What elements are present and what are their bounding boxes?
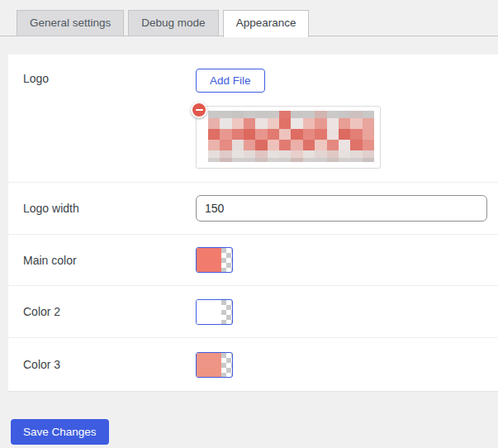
main-color-fill [197, 248, 221, 272]
logo-control: Add File [196, 69, 498, 169]
logo-width-input[interactable] [196, 195, 487, 222]
color3-control [196, 352, 498, 378]
logo-row: Logo Add File [8, 55, 498, 182]
tab-general-settings[interactable]: General settings [17, 10, 124, 36]
tabbar-content-gap [0, 36, 498, 55]
color2-swatch[interactable] [196, 299, 233, 325]
tab-appearance[interactable]: Appearance [223, 10, 310, 37]
color3-swatch[interactable] [196, 352, 233, 378]
save-changes-button[interactable]: Save Changes [11, 419, 109, 445]
color2-fill [197, 300, 221, 324]
minus-icon [196, 109, 203, 112]
settings-tabbar: General settings Debug mode Appearance [0, 0, 498, 36]
add-file-button[interactable]: Add File [196, 69, 265, 93]
color3-row: Color 3 [8, 337, 498, 391]
color2-label: Color 2 [23, 305, 196, 318]
logo-label: Logo [23, 69, 196, 85]
main-color-swatch[interactable] [196, 247, 233, 273]
tab-debug-mode[interactable]: Debug mode [128, 10, 218, 36]
color3-fill [197, 353, 221, 377]
main-color-label: Main color [23, 254, 196, 267]
logo-width-control [196, 195, 498, 222]
logo-mosaic-image [208, 111, 374, 162]
color2-row: Color 2 [8, 285, 498, 337]
appearance-settings-panel: Logo Add File Logo width Main color Colo [8, 55, 498, 392]
remove-logo-icon[interactable] [191, 102, 207, 118]
logo-width-label: Logo width [23, 202, 196, 215]
logo-preview [196, 106, 381, 169]
main-color-control [196, 247, 498, 273]
main-color-row: Main color [8, 234, 498, 285]
color3-label: Color 3 [23, 358, 196, 371]
color2-control [196, 299, 498, 325]
logo-width-row: Logo width [8, 182, 498, 234]
